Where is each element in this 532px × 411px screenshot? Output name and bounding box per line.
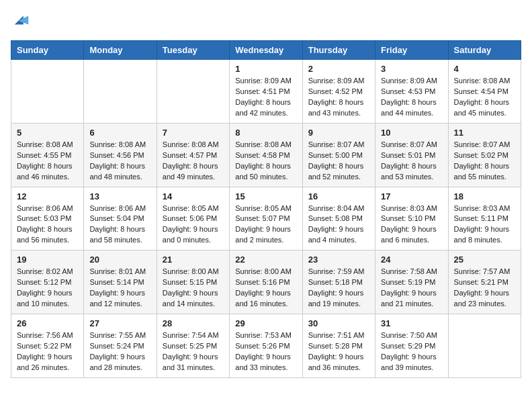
- page-header: [11, 11, 521, 32]
- cell-info: Sunrise: 7:55 AMSunset: 5:24 PMDaylight:…: [89, 330, 150, 373]
- calendar-cell: 5Sunrise: 8:08 AMSunset: 4:55 PMDaylight…: [11, 123, 84, 187]
- day-number: 25: [454, 255, 515, 265]
- header-cell-thursday: Thursday: [302, 41, 375, 60]
- cell-info: Sunrise: 8:04 AMSunset: 5:08 PMDaylight:…: [308, 203, 369, 246]
- day-number: 2: [308, 64, 369, 74]
- cell-info: Sunrise: 8:09 AMSunset: 4:53 PMDaylight:…: [381, 76, 442, 119]
- day-number: 1: [235, 64, 296, 74]
- day-number: 4: [454, 64, 515, 74]
- cell-info: Sunrise: 8:08 AMSunset: 4:58 PMDaylight:…: [235, 140, 296, 183]
- cell-info: Sunrise: 7:50 AMSunset: 5:29 PMDaylight:…: [381, 330, 442, 373]
- day-number: 14: [163, 191, 224, 201]
- calendar-table: SundayMondayTuesdayWednesdayThursdayFrid…: [11, 40, 521, 378]
- calendar-cell: 27Sunrise: 7:55 AMSunset: 5:24 PMDayligh…: [84, 314, 157, 378]
- calendar-cell: 19Sunrise: 8:02 AMSunset: 5:12 PMDayligh…: [11, 250, 84, 314]
- calendar-cell: 14Sunrise: 8:05 AMSunset: 5:06 PMDayligh…: [157, 187, 229, 250]
- cell-info: Sunrise: 8:00 AMSunset: 5:15 PMDaylight:…: [163, 267, 224, 310]
- day-number: 5: [17, 128, 78, 138]
- week-row-2: 5Sunrise: 8:08 AMSunset: 4:55 PMDaylight…: [11, 123, 521, 187]
- calendar-cell: 25Sunrise: 7:57 AMSunset: 5:21 PMDayligh…: [448, 250, 521, 314]
- calendar-cell: 21Sunrise: 8:00 AMSunset: 5:15 PMDayligh…: [157, 250, 229, 314]
- calendar-cell: 31Sunrise: 7:50 AMSunset: 5:29 PMDayligh…: [375, 314, 448, 378]
- week-row-3: 12Sunrise: 8:06 AMSunset: 5:03 PMDayligh…: [11, 187, 521, 250]
- calendar-cell: [448, 314, 521, 378]
- day-number: 11: [454, 128, 515, 138]
- calendar-cell: 10Sunrise: 8:07 AMSunset: 5:01 PMDayligh…: [375, 123, 448, 187]
- calendar-cell: 30Sunrise: 7:51 AMSunset: 5:28 PMDayligh…: [302, 314, 375, 378]
- cell-info: Sunrise: 8:08 AMSunset: 4:56 PMDaylight:…: [89, 140, 150, 183]
- day-number: 26: [17, 318, 78, 328]
- day-number: 18: [454, 191, 515, 201]
- header-cell-wednesday: Wednesday: [230, 41, 302, 60]
- calendar-cell: 7Sunrise: 8:08 AMSunset: 4:57 PMDaylight…: [157, 123, 229, 187]
- day-number: 9: [308, 128, 369, 138]
- calendar-cell: 8Sunrise: 8:08 AMSunset: 4:58 PMDaylight…: [230, 123, 302, 187]
- day-number: 21: [163, 255, 224, 265]
- calendar-cell: 3Sunrise: 8:09 AMSunset: 4:53 PMDaylight…: [375, 60, 448, 124]
- calendar-cell: 4Sunrise: 8:08 AMSunset: 4:54 PMDaylight…: [448, 60, 521, 124]
- header-cell-tuesday: Tuesday: [157, 41, 229, 60]
- day-number: 17: [381, 191, 442, 201]
- calendar-cell: 6Sunrise: 8:08 AMSunset: 4:56 PMDaylight…: [84, 123, 157, 187]
- day-number: 27: [89, 318, 150, 328]
- calendar-cell: [157, 60, 229, 124]
- cell-info: Sunrise: 8:09 AMSunset: 4:51 PMDaylight:…: [235, 76, 296, 119]
- week-row-4: 19Sunrise: 8:02 AMSunset: 5:12 PMDayligh…: [11, 250, 521, 314]
- day-number: 19: [17, 255, 78, 265]
- calendar-cell: 20Sunrise: 8:01 AMSunset: 5:14 PMDayligh…: [84, 250, 157, 314]
- header-cell-sunday: Sunday: [11, 41, 84, 60]
- cell-info: Sunrise: 8:08 AMSunset: 4:54 PMDaylight:…: [454, 76, 515, 119]
- day-number: 12: [17, 191, 78, 201]
- day-number: 10: [381, 128, 442, 138]
- calendar-cell: [11, 60, 84, 124]
- calendar-cell: 29Sunrise: 7:53 AMSunset: 5:26 PMDayligh…: [230, 314, 302, 378]
- cell-info: Sunrise: 8:07 AMSunset: 5:02 PMDaylight:…: [454, 140, 515, 183]
- cell-info: Sunrise: 8:02 AMSunset: 5:12 PMDaylight:…: [17, 267, 78, 310]
- calendar-cell: 15Sunrise: 8:05 AMSunset: 5:07 PMDayligh…: [230, 187, 302, 250]
- cell-info: Sunrise: 8:07 AMSunset: 5:01 PMDaylight:…: [381, 140, 442, 183]
- cell-info: Sunrise: 8:05 AMSunset: 5:06 PMDaylight:…: [163, 203, 224, 246]
- day-number: 24: [381, 255, 442, 265]
- header-row: SundayMondayTuesdayWednesdayThursdayFrid…: [11, 41, 521, 60]
- day-number: 29: [235, 318, 296, 328]
- cell-info: Sunrise: 7:56 AMSunset: 5:22 PMDaylight:…: [17, 330, 78, 373]
- cell-info: Sunrise: 8:06 AMSunset: 5:04 PMDaylight:…: [89, 203, 150, 246]
- day-number: 23: [308, 255, 369, 265]
- cell-info: Sunrise: 8:07 AMSunset: 5:00 PMDaylight:…: [308, 140, 369, 183]
- cell-info: Sunrise: 8:08 AMSunset: 4:57 PMDaylight:…: [163, 140, 224, 183]
- cell-info: Sunrise: 8:03 AMSunset: 5:11 PMDaylight:…: [454, 203, 515, 246]
- week-row-1: 1Sunrise: 8:09 AMSunset: 4:51 PMDaylight…: [11, 60, 521, 124]
- cell-info: Sunrise: 8:01 AMSunset: 5:14 PMDaylight:…: [89, 267, 150, 310]
- cell-info: Sunrise: 8:00 AMSunset: 5:16 PMDaylight:…: [235, 267, 296, 310]
- calendar-cell: 11Sunrise: 8:07 AMSunset: 5:02 PMDayligh…: [448, 123, 521, 187]
- calendar-header: SundayMondayTuesdayWednesdayThursdayFrid…: [11, 41, 521, 60]
- calendar-cell: 26Sunrise: 7:56 AMSunset: 5:22 PMDayligh…: [11, 314, 84, 378]
- logo: [11, 11, 31, 32]
- week-row-5: 26Sunrise: 7:56 AMSunset: 5:22 PMDayligh…: [11, 314, 521, 378]
- calendar-cell: 12Sunrise: 8:06 AMSunset: 5:03 PMDayligh…: [11, 187, 84, 250]
- header-cell-monday: Monday: [84, 41, 157, 60]
- cell-info: Sunrise: 8:03 AMSunset: 5:10 PMDaylight:…: [381, 203, 442, 246]
- cell-info: Sunrise: 8:05 AMSunset: 5:07 PMDaylight:…: [235, 203, 296, 246]
- cell-info: Sunrise: 7:57 AMSunset: 5:21 PMDaylight:…: [454, 267, 515, 310]
- calendar-cell: 1Sunrise: 8:09 AMSunset: 4:51 PMDaylight…: [230, 60, 302, 124]
- day-number: 30: [308, 318, 369, 328]
- cell-info: Sunrise: 7:53 AMSunset: 5:26 PMDaylight:…: [235, 330, 296, 373]
- day-number: 6: [89, 128, 150, 138]
- day-number: 8: [235, 128, 296, 138]
- calendar-cell: 24Sunrise: 7:58 AMSunset: 5:19 PMDayligh…: [375, 250, 448, 314]
- cell-info: Sunrise: 7:59 AMSunset: 5:18 PMDaylight:…: [308, 267, 369, 310]
- calendar-cell: 2Sunrise: 8:09 AMSunset: 4:52 PMDaylight…: [302, 60, 375, 124]
- day-number: 31: [381, 318, 442, 328]
- calendar-cell: 22Sunrise: 8:00 AMSunset: 5:16 PMDayligh…: [230, 250, 302, 314]
- calendar-cell: 23Sunrise: 7:59 AMSunset: 5:18 PMDayligh…: [302, 250, 375, 314]
- day-number: 22: [235, 255, 296, 265]
- day-number: 15: [235, 191, 296, 201]
- cell-info: Sunrise: 8:08 AMSunset: 4:55 PMDaylight:…: [17, 140, 78, 183]
- calendar-cell: 13Sunrise: 8:06 AMSunset: 5:04 PMDayligh…: [84, 187, 157, 250]
- cell-info: Sunrise: 8:06 AMSunset: 5:03 PMDaylight:…: [17, 203, 78, 246]
- cell-info: Sunrise: 7:58 AMSunset: 5:19 PMDaylight:…: [381, 267, 442, 310]
- calendar-cell: 18Sunrise: 8:03 AMSunset: 5:11 PMDayligh…: [448, 187, 521, 250]
- header-cell-friday: Friday: [375, 41, 448, 60]
- calendar-cell: [84, 60, 157, 124]
